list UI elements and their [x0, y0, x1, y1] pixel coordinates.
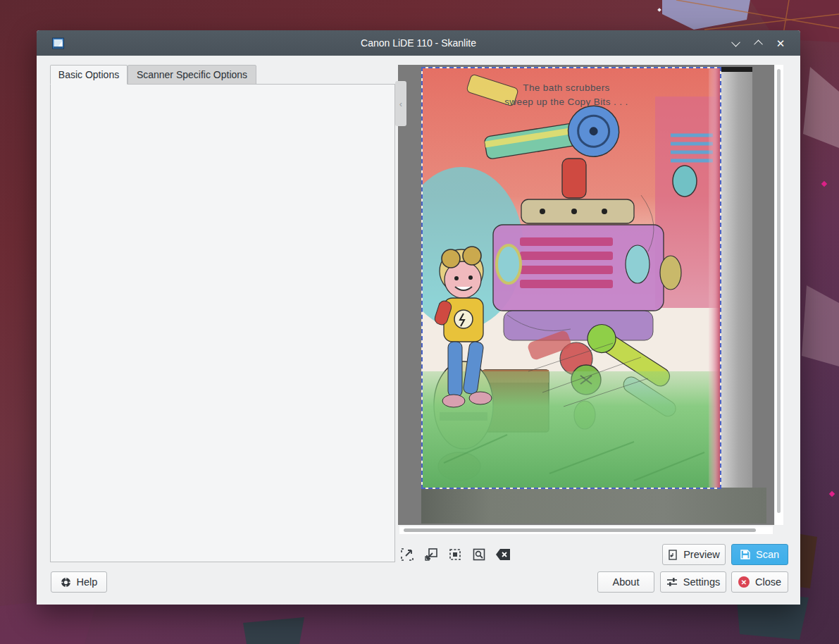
- tab-basic-options[interactable]: Basic Options: [50, 65, 128, 85]
- chevron-left-icon: ‹: [399, 99, 402, 109]
- maximize-button[interactable]: [751, 36, 765, 50]
- scanner-lid-edge: [721, 67, 752, 72]
- preview-button-label: Preview: [683, 549, 720, 560]
- chevron-down-icon: [731, 37, 740, 47]
- skanlite-window: Canon LiDE 110 - Skanlite ✕ Basic Option…: [37, 30, 800, 605]
- horizontal-scrollbar[interactable]: [399, 526, 773, 534]
- zoom-in-button[interactable]: [399, 547, 415, 562]
- floppy-disk-icon: [740, 550, 750, 559]
- help-icon: [61, 577, 71, 588]
- scan-caption: The bath scrubbers sweep up the Copy Bit…: [423, 81, 710, 109]
- tab-label: Basic Options: [58, 69, 119, 80]
- scan-bed-right-strip: [721, 67, 752, 524]
- preview-viewport[interactable]: The bath scrubbers sweep up the Copy Bit…: [398, 65, 774, 525]
- desktop-background: Canon LiDE 110 - Skanlite ✕ Basic Option…: [0, 0, 839, 644]
- zoom-to-selection-icon: [449, 548, 461, 561]
- minimize-button[interactable]: [728, 36, 742, 50]
- tab-scanner-specific-options[interactable]: Scanner Specific Options: [128, 65, 256, 85]
- horizontal-scrollbar-thumb[interactable]: [404, 528, 756, 532]
- zoom-to-selection-button[interactable]: [447, 547, 463, 562]
- basic-options-panel: [50, 84, 395, 562]
- help-button[interactable]: Help: [51, 571, 107, 593]
- scan-bed-bottom-strip: [421, 488, 766, 524]
- about-button-label: About: [613, 576, 640, 588]
- close-button-label: Close: [755, 576, 781, 588]
- tab-label: Scanner Specific Options: [137, 69, 247, 80]
- preview-button[interactable]: Preview: [662, 544, 726, 565]
- chevron-up-icon: [754, 39, 763, 49]
- window-title: Canon LiDE 110 - Skanlite: [37, 37, 800, 49]
- scan-caption-line1: The bath scrubbers: [423, 81, 710, 95]
- close-red-icon: ✕: [738, 576, 750, 588]
- vertical-scrollbar-thumb[interactable]: [777, 69, 781, 513]
- zoom-out-button[interactable]: [423, 547, 439, 562]
- panel-collapse-handle[interactable]: ‹: [395, 81, 406, 126]
- titlebar[interactable]: Canon LiDE 110 - Skanlite ✕: [37, 30, 800, 56]
- scan-button-label: Scan: [756, 549, 779, 560]
- scan-button[interactable]: Scan: [731, 544, 788, 565]
- settings-button[interactable]: Settings: [660, 571, 726, 593]
- close-button[interactable]: ✕ Close: [731, 571, 788, 593]
- scan-drawing: [423, 68, 720, 488]
- scan-selection-area[interactable]: The bath scrubbers sweep up the Copy Bit…: [421, 67, 721, 489]
- close-window-button[interactable]: ✕: [773, 36, 788, 50]
- vertical-scrollbar[interactable]: [775, 65, 783, 525]
- preview-icon: [668, 550, 678, 560]
- zoom-in-icon: [401, 548, 414, 561]
- settings-sliders-icon: [666, 577, 678, 587]
- close-icon: ✕: [776, 38, 785, 49]
- zoom-out-icon: [425, 548, 437, 561]
- scan-caption-line2: sweep up the Copy Bits . . .: [423, 95, 710, 109]
- clear-selections-icon: [496, 549, 510, 560]
- clear-selections-button[interactable]: [495, 547, 511, 562]
- zoom-to-fit-button[interactable]: [471, 547, 487, 562]
- about-button[interactable]: About: [597, 571, 654, 593]
- zoom-to-fit-icon: [473, 548, 485, 561]
- help-button-label: Help: [77, 576, 98, 588]
- settings-button-label: Settings: [683, 576, 720, 588]
